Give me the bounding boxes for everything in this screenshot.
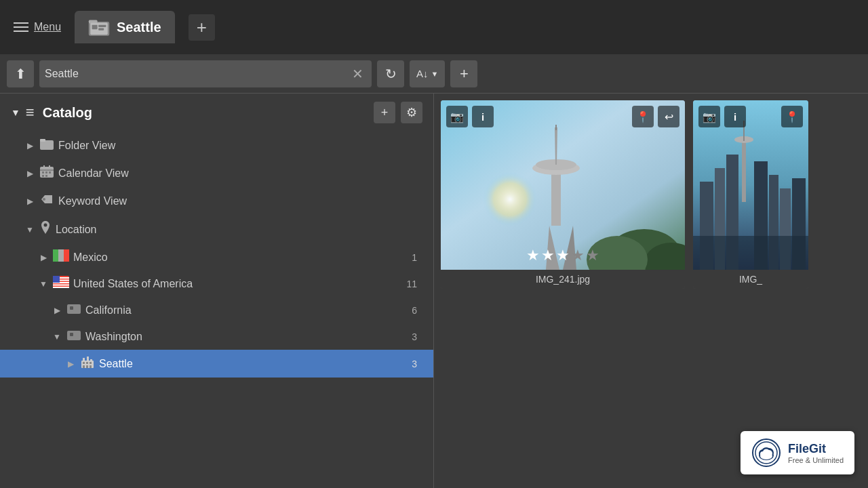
svg-rect-35 xyxy=(87,357,89,361)
sidebar-item-mexico[interactable]: ▶ Mexico 1 xyxy=(0,244,433,270)
catalog-icon: ≡ xyxy=(26,104,35,121)
search-clear-icon[interactable]: ✕ xyxy=(349,66,366,82)
seattle-label: Seattle xyxy=(99,358,408,370)
toolbar: ⬆ ✕ ↻ A↓ ▼ + xyxy=(0,54,868,94)
filegit-sub: Free & Unlimited xyxy=(788,456,844,464)
info-icon-2: i xyxy=(734,111,736,123)
svg-point-17 xyxy=(43,198,45,201)
photo-2-overlay-top-right: 📍 xyxy=(781,106,803,127)
svg-rect-20 xyxy=(53,249,58,262)
folder-view-label: Folder View xyxy=(58,140,422,152)
keyword-view-arrow: ▶ xyxy=(24,197,35,206)
photo-1-info-icon-btn[interactable]: i xyxy=(472,106,494,127)
add-tab-button[interactable]: + xyxy=(189,14,215,41)
seattle-icon xyxy=(80,355,95,372)
usa-count: 11 xyxy=(406,279,417,289)
svg-rect-4 xyxy=(98,25,106,27)
calendar-view-arrow: ▶ xyxy=(24,169,35,178)
location-arrow: ▼ xyxy=(24,225,35,235)
navigate-up-button[interactable]: ⬆ xyxy=(7,60,34,87)
sidebar-item-usa[interactable]: ▼ United States of America 11 xyxy=(0,270,433,297)
washington-icon xyxy=(66,329,81,344)
svg-rect-50 xyxy=(551,171,561,226)
sort-icon: A↓ xyxy=(416,68,429,79)
refresh-icon: ↻ xyxy=(385,66,397,82)
svg-rect-3 xyxy=(92,25,98,29)
keyword-view-label: Keyword View xyxy=(58,195,422,207)
photo-thumb-2: 📷 i 📍 xyxy=(693,100,808,270)
usa-arrow: ▼ xyxy=(38,279,49,289)
refresh-button[interactable]: ↻ xyxy=(377,60,404,87)
california-arrow: ▶ xyxy=(52,306,62,315)
active-tab[interactable]: Seattle xyxy=(75,11,175,43)
photo-2-camera-icon-btn[interactable]: 📷 xyxy=(698,106,720,127)
sidebar-item-location[interactable]: ▼ Location xyxy=(0,215,433,244)
folder-view-arrow: ▶ xyxy=(24,141,35,150)
svg-rect-15 xyxy=(42,175,44,177)
svg-rect-13 xyxy=(45,171,47,174)
back-icon: ↩ xyxy=(665,110,673,123)
photo-1-filename: IMG_241.jpg xyxy=(441,270,685,289)
calendar-view-label: Calendar View xyxy=(58,167,422,180)
california-icon xyxy=(66,302,81,318)
svg-rect-7 xyxy=(40,139,45,142)
usa-flag-icon xyxy=(53,276,69,291)
menu-label: Menu xyxy=(34,21,61,33)
sidebar-item-calendar-view[interactable]: ▶ Calendar View xyxy=(0,159,433,187)
photo-1-back-icon-btn[interactable]: ↩ xyxy=(658,106,679,127)
folder-view-icon xyxy=(39,137,54,154)
sidebar-item-california[interactable]: ▶ California 6 xyxy=(0,297,433,323)
sidebar-item-seattle[interactable]: ▶ Seattle 3 xyxy=(0,350,433,378)
mexico-label: Mexico xyxy=(73,251,408,264)
photo-2-location-icon-btn[interactable]: 📍 xyxy=(781,106,803,127)
sort-button[interactable]: A↓ ▼ xyxy=(410,60,445,87)
active-tab-title: Seattle xyxy=(117,20,161,35)
catalog-add-button[interactable]: + xyxy=(374,102,395,123)
star-4: ★ xyxy=(571,247,585,264)
svg-rect-54 xyxy=(555,125,557,130)
svg-rect-14 xyxy=(49,171,51,174)
filegit-name: FileGit xyxy=(788,442,844,456)
info-icon: i xyxy=(481,111,484,123)
svg-rect-6 xyxy=(40,140,54,150)
photo-1-stars[interactable]: ★ ★ ★ ★ ★ xyxy=(526,247,599,264)
sidebar-item-keyword-view[interactable]: ▶ Keyword View xyxy=(0,187,433,215)
svg-rect-28 xyxy=(53,276,60,283)
photo-1-overlay-top-right: 📍 ↩ xyxy=(632,106,679,127)
sidebar-item-washington[interactable]: ▼ Washington 3 xyxy=(0,323,433,350)
star-5: ★ xyxy=(586,247,599,264)
svg-rect-21 xyxy=(64,249,69,262)
tab-folder-icon xyxy=(88,18,110,37)
washington-label: Washington xyxy=(85,331,408,343)
svg-rect-39 xyxy=(90,362,92,364)
search-input[interactable] xyxy=(45,68,349,80)
photo-2-info-icon-btn[interactable]: i xyxy=(724,106,746,127)
svg-rect-66 xyxy=(693,236,808,270)
add-icon: + xyxy=(460,65,469,83)
star-2: ★ xyxy=(541,247,555,264)
svg-rect-12 xyxy=(42,171,44,174)
star-3: ★ xyxy=(556,247,570,264)
filegit-badge: FileGit Free & Unlimited xyxy=(741,431,854,474)
catalog-settings-button[interactable]: ⚙ xyxy=(401,102,422,123)
top-bar: Menu Seattle + xyxy=(0,0,868,54)
svg-rect-31 xyxy=(67,331,81,340)
location-pin-icon: 📍 xyxy=(636,110,650,123)
hamburger-icon xyxy=(14,22,28,32)
photo-card-1[interactable]: 📷 i 📍 ↩ ★ xyxy=(441,100,685,289)
svg-point-44 xyxy=(472,140,580,248)
menu-button[interactable]: Menu xyxy=(7,17,68,37)
photo-card-2[interactable]: 📷 i 📍 IMG_ xyxy=(693,100,808,289)
search-box: ✕ xyxy=(39,60,372,87)
keyword-view-icon xyxy=(39,192,54,209)
photo-1-camera-icon-btn[interactable]: 📷 xyxy=(446,106,468,127)
camera-icon-2: 📷 xyxy=(703,110,716,123)
add-button[interactable]: + xyxy=(450,60,477,87)
svg-rect-41 xyxy=(86,365,88,368)
washington-arrow: ▼ xyxy=(52,332,62,342)
photo-2-filename: IMG_ xyxy=(693,270,808,289)
sidebar-item-folder-view[interactable]: ▶ Folder View xyxy=(0,131,433,159)
sidebar: ▼ ≡ Catalog + ⚙ ▶ Folder View ▶ Calendar… xyxy=(0,94,434,488)
photo-1-location-icon-btn[interactable]: 📍 xyxy=(632,106,654,127)
calendar-view-icon xyxy=(39,165,54,182)
